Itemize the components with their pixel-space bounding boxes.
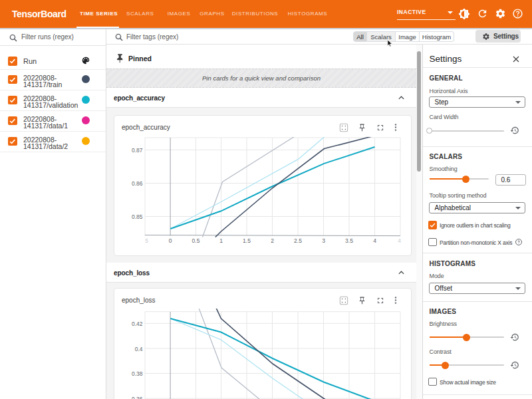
svg-text:2.5: 2.5: [294, 237, 302, 244]
svg-text:0.42: 0.42: [131, 321, 142, 327]
svg-text:0.87: 0.87: [131, 147, 142, 154]
svg-text:3.5: 3.5: [345, 237, 353, 244]
svg-text:4: 4: [398, 237, 401, 244]
svg-text:0.4: 0.4: [134, 346, 142, 352]
svg-text:0.38: 0.38: [131, 370, 142, 377]
svg-text:3: 3: [322, 237, 325, 244]
svg-text:0.5: 0.5: [192, 237, 200, 244]
svg-text:4: 4: [373, 237, 376, 244]
svg-text:0: 0: [168, 237, 172, 244]
svg-text:0.85: 0.85: [131, 213, 142, 220]
svg-text:0.36: 0.36: [131, 396, 142, 399]
svg-text:1: 1: [219, 237, 223, 244]
svg-text:1.5: 1.5: [243, 237, 251, 244]
svg-text:2: 2: [271, 237, 274, 244]
svg-text:0.86: 0.86: [131, 180, 142, 187]
svg-text:5: 5: [145, 237, 148, 244]
